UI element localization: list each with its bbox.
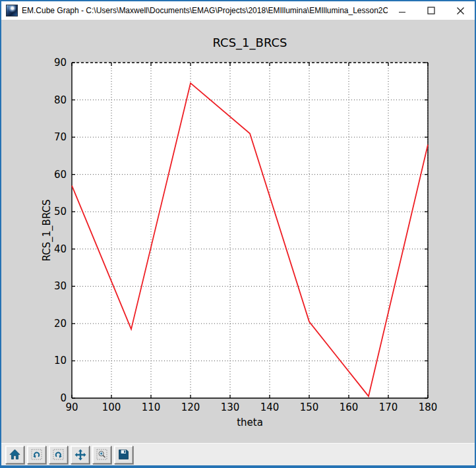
x-tick-label: 170 (379, 401, 398, 413)
home-icon (9, 449, 20, 460)
x-tick-label: 130 (221, 401, 240, 413)
chart: 9010011012013014015016017018001020304050… (1, 20, 475, 444)
app-window: EM.Cube Graph - C:\Users\Maxwell\Documen… (0, 0, 476, 468)
maximize-icon (427, 7, 435, 15)
save-button[interactable] (114, 446, 133, 464)
zoom-rect-button[interactable] (92, 446, 111, 464)
figure-canvas[interactable]: 9010011012013014015016017018001020304050… (1, 20, 475, 443)
y-tick-label: 70 (54, 131, 67, 143)
y-axis-label: RCS_1_BRCS (41, 199, 53, 261)
x-tick-label: 120 (181, 401, 200, 413)
y-tick-label: 20 (54, 318, 67, 330)
x-tick-label: 160 (340, 401, 359, 413)
y-tick-label: 90 (54, 57, 67, 69)
y-tick-label: 30 (54, 280, 67, 292)
maximize-button[interactable] (417, 1, 446, 20)
x-axis-label: theta (237, 417, 263, 428)
save-icon (118, 449, 129, 460)
x-tick-label: 180 (419, 401, 438, 413)
home-button[interactable] (5, 446, 24, 464)
title-bar[interactable]: EM.Cube Graph - C:\Users\Maxwell\Documen… (1, 1, 475, 20)
nav-toolbar (1, 443, 475, 465)
x-tick-label: 140 (260, 401, 280, 413)
y-tick-label: 40 (54, 243, 67, 255)
back-icon (31, 449, 42, 460)
minimize-icon (398, 7, 406, 15)
x-tick-label: 100 (102, 401, 121, 413)
zoom-rect-icon (96, 449, 107, 460)
back-button[interactable] (27, 446, 46, 464)
pan-icon (74, 449, 86, 461)
minimize-button[interactable] (388, 1, 417, 20)
y-tick-label: 80 (54, 94, 67, 106)
forward-icon (53, 449, 64, 460)
forward-button[interactable] (49, 446, 68, 464)
x-tick-label: 110 (142, 401, 161, 413)
close-icon (456, 7, 465, 15)
plot-area[interactable] (72, 63, 428, 398)
pan-button[interactable] (71, 446, 90, 464)
chart-title: RCS_1_BRCS (212, 36, 287, 50)
window-controls (388, 1, 475, 20)
y-tick-label: 50 (54, 206, 67, 218)
y-tick-label: 60 (54, 169, 67, 181)
window-title: EM.Cube Graph - C:\Users\Maxwell\Documen… (22, 6, 388, 15)
app-icon (6, 5, 18, 16)
x-tick-label: 150 (300, 401, 319, 413)
close-button[interactable] (446, 1, 475, 20)
y-tick-label: 10 (54, 355, 67, 366)
y-tick-label: 0 (60, 392, 67, 404)
x-tick-label: 90 (65, 401, 78, 413)
